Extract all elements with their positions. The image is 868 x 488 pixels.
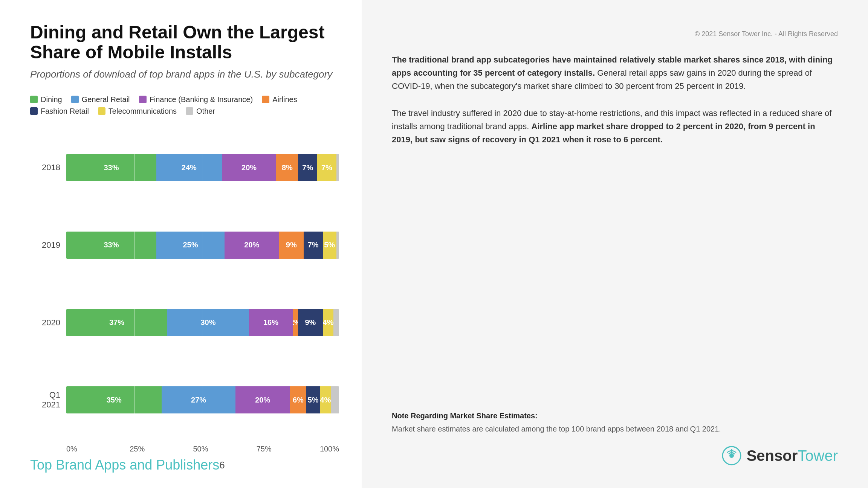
bar-segment [336,232,339,259]
year-label: 2018 [30,163,60,172]
legend-color [98,107,105,115]
legend-color [30,107,38,115]
bar-segment: 25% [156,232,225,259]
chart-title: Dining and Retail Own the Largest Share … [30,23,339,63]
sensor-tower-logo: SensorTower [722,446,838,465]
legend-item: Fashion Retail [30,107,89,116]
left-panel: Dining and Retail Own the Largest Share … [0,0,362,488]
legend-color [186,107,193,115]
legend-color [30,96,38,103]
bar-segment: 20% [225,232,279,259]
logo-area: SensorTower [392,446,838,465]
legend-item: Telecommunications [98,107,177,116]
bar-segment: 7% [317,154,336,181]
bar-segment: 16% [249,309,293,336]
bar-segment: 7% [298,154,317,181]
bar-segment: 33% [66,154,156,181]
legend-item: General Retail [71,95,130,104]
note-title: Note Regarding Market Share Estimates: [392,412,838,420]
bottom-label: Top Brand Apps and Publishers [30,457,219,473]
bar-segment: 35% [66,386,162,413]
svg-point-1 [729,453,734,458]
x-axis: 0% 25% 50% 75% 100% [66,445,339,453]
logo-tower: Tower [798,447,838,464]
bar-segment [331,386,339,413]
year-label: Q1 2021 [30,390,60,410]
secondary-paragraph: The travel industry suffered in 2020 due… [392,107,838,146]
bar-segment: 20% [222,154,277,181]
bar-segment: 5% [306,386,320,413]
chart-row: 201833%24%20%8%7%7% [30,154,339,181]
main-paragraph: The traditional brand app subcategories … [392,53,838,93]
bar-segment: 8% [276,154,298,181]
chart-row: 201933%25%20%9%7%5% [30,232,339,259]
copyright: © 2021 Sensor Tower Inc. - All Rights Re… [392,30,838,38]
bar-container: 33%25%20%9%7%5% [66,232,339,259]
bar-segment: 9% [279,232,304,259]
chart-subtitle: Proportions of download of top brand app… [30,69,339,80]
right-panel: © 2021 Sensor Tower Inc. - All Rights Re… [362,0,868,488]
bar-segment: 30% [167,309,249,336]
page-number: 6 [219,459,225,471]
bar-segment: 20% [235,386,290,413]
year-label: 2020 [30,318,60,328]
bar-segment: 33% [66,232,156,259]
legend-color [71,96,79,103]
legend-item: Airlines [262,95,297,104]
legend-color [139,96,147,103]
chart-area: 201833%24%20%8%7%7%201933%25%20%9%7%5%20… [30,129,339,453]
bar-segment [333,309,339,336]
legend-item: Dining [30,95,62,104]
right-content: The traditional brand app subcategories … [392,53,838,412]
bar-segment: 6% [290,386,306,413]
bar-segment: 27% [162,386,235,413]
chart-row: Q1 202135%27%20%6%5%4% [30,386,339,413]
bar-container: 37%30%16%2%9%4% [66,309,339,336]
bar-segment: 9% [298,309,322,336]
legend-item: Other [186,107,215,116]
chart-row: 202037%30%16%2%9%4% [30,309,339,336]
bar-segment [336,154,339,181]
logo-text: SensorTower [747,447,838,464]
legend-color [262,96,269,103]
bar-segment: 7% [304,232,323,259]
bar-segment: 2% [293,309,298,336]
page-footer: Top Brand Apps and Publishers 6 [30,457,339,473]
note-section: Note Regarding Market Share Estimates: M… [392,412,838,435]
legend-item: Finance (Banking & Insurance) [139,95,253,104]
year-label: 2019 [30,240,60,250]
bar-segment: 4% [320,386,331,413]
note-text: Market share estimates are calculated am… [392,423,838,435]
bar-container: 33%24%20%8%7%7% [66,154,339,181]
bar-segment: 4% [323,309,334,336]
logo-sensor: Sensor [747,447,798,464]
chart-legend: DiningGeneral RetailFinance (Banking & I… [30,95,339,116]
bar-segment: 37% [66,309,167,336]
sensor-tower-icon [722,446,741,465]
bar-segment: 5% [323,232,336,259]
bar-container: 35%27%20%6%5%4% [66,386,339,413]
bar-segment: 24% [156,154,222,181]
